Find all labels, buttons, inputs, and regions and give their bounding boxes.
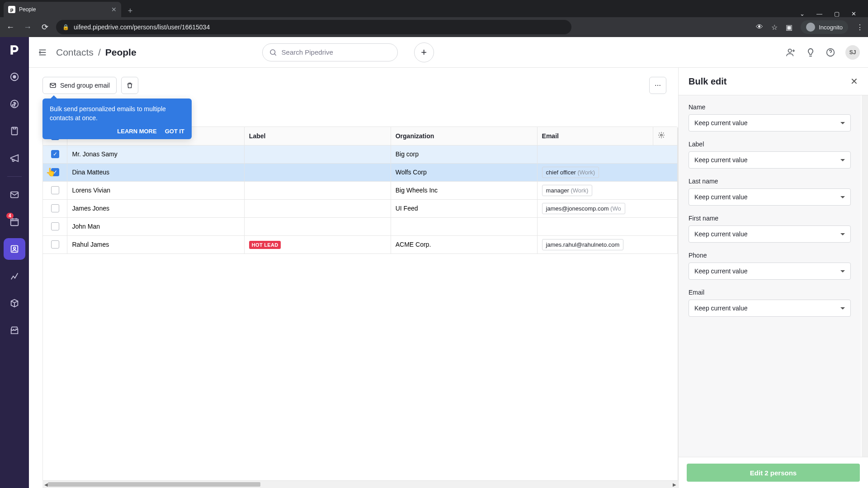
favicon: p xyxy=(8,6,15,13)
close-window-icon[interactable]: ✕ xyxy=(851,10,856,17)
logo[interactable] xyxy=(7,42,22,57)
breadcrumb-parent[interactable]: Contacts xyxy=(56,47,94,58)
scroll-right-icon[interactable]: ▶ xyxy=(671,481,678,488)
table: Label Organization Email ✓Mr. Jonas Samy… xyxy=(42,127,678,481)
url-box[interactable]: 🔒 uifeed.pipedrive.com/persons/list/user… xyxy=(56,20,571,34)
close-panel-icon[interactable]: ✕ xyxy=(850,76,858,87)
tooltip-text: Bulk send personalized emails to multipl… xyxy=(50,105,184,122)
save-button[interactable]: Edit 2 persons xyxy=(687,464,860,482)
tips-icon[interactable] xyxy=(806,47,816,57)
horizontal-scrollbar[interactable]: ◀ ▶ xyxy=(42,481,678,488)
new-tab-button[interactable]: + xyxy=(124,5,137,17)
bookmark-icon[interactable]: ☆ xyxy=(771,23,778,32)
ellipsis-icon: ⋯ xyxy=(655,82,661,89)
table-settings[interactable] xyxy=(653,127,677,145)
cell-organization: ACME Corp. xyxy=(391,235,537,253)
table-row[interactable]: ✓Mr. Jonas SamyBig corp xyxy=(43,145,678,163)
eye-off-icon[interactable]: 👁 xyxy=(756,23,763,31)
bulk-edit-panel: Bulk edit ✕ Name Keep current value Labe… xyxy=(678,68,868,488)
svg-rect-3 xyxy=(12,127,18,135)
header-label[interactable]: Label xyxy=(244,127,391,145)
maximize-icon[interactable]: ▢ xyxy=(834,10,840,17)
header-organization[interactable]: Organization xyxy=(391,127,537,145)
select-first-name[interactable]: Keep current value xyxy=(689,225,851,243)
list-area: Send group email ⋯ Bulk send personalize… xyxy=(29,68,678,488)
label-email: Email xyxy=(689,289,851,296)
tabs-dropdown-icon[interactable]: ⌄ xyxy=(800,10,805,17)
tooltip-learn-more[interactable]: LEARN MORE xyxy=(117,128,156,135)
select-phone[interactable]: Keep current value xyxy=(689,263,851,280)
tooltip-got-it[interactable]: GOT IT xyxy=(165,128,184,135)
main: Contacts / People Search Pipedrive + SJ xyxy=(29,37,868,488)
cell-organization xyxy=(391,217,537,235)
sidebar-item-projects[interactable] xyxy=(4,120,25,142)
forward-icon[interactable]: → xyxy=(22,21,33,33)
more-actions-button[interactable]: ⋯ xyxy=(649,77,666,94)
row-checkbox[interactable] xyxy=(51,186,59,194)
select-label[interactable]: Keep current value xyxy=(689,151,851,169)
cell-label xyxy=(244,217,391,235)
cell-label: HOT LEAD xyxy=(244,235,391,253)
search-input[interactable]: Search Pipedrive xyxy=(262,43,398,61)
invite-user-icon[interactable] xyxy=(786,47,796,57)
tooltip: Bulk send personalized emails to multipl… xyxy=(42,99,192,139)
sidebar-item-marketplace[interactable] xyxy=(4,319,25,341)
url-text: uifeed.pipedrive.com/persons/list/user/1… xyxy=(74,23,210,31)
table-row[interactable]: James JonesUI Feedjames@jonescomp.com (W… xyxy=(43,199,678,217)
cell-label xyxy=(244,199,391,217)
row-checkbox[interactable] xyxy=(51,222,59,230)
label-phone: Phone xyxy=(689,252,851,259)
reload-icon[interactable]: ⟳ xyxy=(39,21,51,33)
cell-organization: Big corp xyxy=(391,145,537,163)
tab-strip: p People ✕ + ⌄ — ▢ ✕ xyxy=(0,0,868,17)
table-row[interactable]: Rahul JamesHOT LEADACME Corp.james.rahul… xyxy=(43,235,678,253)
cell-organization: Wolfs Corp xyxy=(391,163,537,181)
minimize-icon[interactable]: — xyxy=(816,10,822,17)
search-icon xyxy=(269,48,277,56)
send-group-email-button[interactable]: Send group email xyxy=(42,77,117,94)
cell-label xyxy=(244,163,391,181)
back-icon[interactable]: ← xyxy=(5,21,16,33)
cell-email: manager (Work) xyxy=(537,181,677,199)
header-email[interactable]: Email xyxy=(537,127,653,145)
app: 4 Contacts / People Search Pipedrive + xyxy=(0,37,868,488)
trash-icon xyxy=(126,82,133,89)
sidebar-item-deals[interactable] xyxy=(4,93,25,115)
sidebar-item-products[interactable] xyxy=(4,292,25,314)
panel-title: Bulk edit xyxy=(689,76,726,87)
toggle-sidebar-icon[interactable] xyxy=(37,47,48,58)
sidebar-item-leads[interactable] xyxy=(4,66,25,88)
close-icon[interactable]: ✕ xyxy=(111,6,117,13)
label-first-name: First name xyxy=(689,215,851,222)
avatar[interactable]: SJ xyxy=(845,45,860,60)
select-email[interactable]: Keep current value xyxy=(689,300,851,317)
sidebar-item-contacts[interactable] xyxy=(4,238,25,260)
add-button[interactable]: + xyxy=(414,42,434,62)
sidebar-item-campaigns[interactable] xyxy=(4,147,25,169)
select-last-name[interactable]: Keep current value xyxy=(689,188,851,206)
row-checkbox[interactable] xyxy=(51,204,59,212)
row-checkbox[interactable]: ✓ xyxy=(51,168,59,176)
sidebar-item-insights[interactable] xyxy=(4,265,25,287)
cell-email: james@jonescomp.com (Wo xyxy=(537,199,677,217)
kebab-icon[interactable]: ⋮ xyxy=(856,23,863,32)
cell-email xyxy=(537,145,677,163)
vertical-scrollbar[interactable] xyxy=(862,95,868,457)
field-phone: Phone Keep current value xyxy=(689,252,851,280)
help-icon[interactable] xyxy=(826,47,835,57)
incognito-badge[interactable]: Incognito xyxy=(801,20,848,34)
table-row[interactable]: Lorens VivianBig Wheels Incmanager (Work… xyxy=(43,181,678,199)
browser-tab[interactable]: p People ✕ xyxy=(4,2,121,17)
sidebar-item-mail[interactable] xyxy=(4,184,25,206)
table-row[interactable]: John Man xyxy=(43,217,678,235)
row-checkbox[interactable]: ✓ xyxy=(51,150,59,158)
extensions-icon[interactable]: ▣ xyxy=(786,23,793,32)
field-first-name: First name Keep current value xyxy=(689,215,851,243)
table-row[interactable]: 👆✓Dina MatteusWolfs Corpchief officer (W… xyxy=(43,163,678,181)
row-checkbox[interactable] xyxy=(51,240,59,249)
scroll-thumb[interactable] xyxy=(48,482,260,487)
select-name[interactable]: Keep current value xyxy=(689,114,851,131)
label-last-name: Last name xyxy=(689,178,851,185)
delete-button[interactable] xyxy=(121,77,138,94)
sidebar-item-activities[interactable]: 4 xyxy=(4,211,25,233)
